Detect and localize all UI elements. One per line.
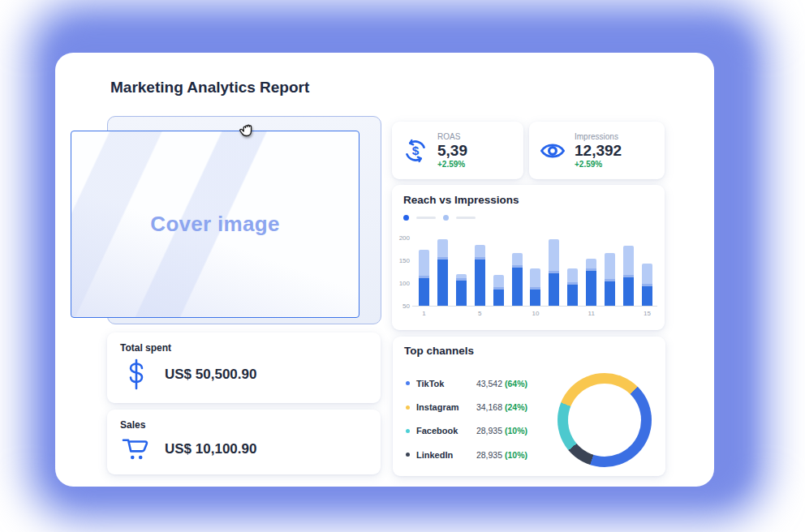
card-value: US$ 10,100.90 xyxy=(165,441,256,457)
channel-row: Instagram34,168 (24%) xyxy=(406,395,527,418)
chart-legend xyxy=(403,215,476,221)
x-tick-label: 15 xyxy=(639,310,656,317)
bar xyxy=(567,268,578,306)
channel-percent: (10%) xyxy=(505,450,527,460)
bar xyxy=(642,264,652,306)
reach-vs-impressions-chart-card[interactable]: Reach vs Impressions 20015010050 1510111… xyxy=(392,185,665,330)
bar xyxy=(605,253,615,307)
y-tick-label: 50 xyxy=(392,302,410,310)
channel-percent: (10%) xyxy=(505,426,527,435)
x-tick-label: 5 xyxy=(471,310,488,317)
channel-dot xyxy=(406,405,410,410)
channel-row: Facebook28,935 (10%) xyxy=(406,419,527,443)
bar xyxy=(549,239,559,306)
channel-dot xyxy=(406,429,410,433)
dollar-icon xyxy=(120,358,153,391)
impressions-stat-card[interactable]: Impressions 12,392 +2.59% xyxy=(529,122,665,179)
marketing-report-canvas: Marketing Analytics Report Cover image $… xyxy=(0,0,805,532)
bar xyxy=(586,259,596,306)
stat-delta: +2.59% xyxy=(437,160,467,169)
dollar-refresh-icon: $ xyxy=(402,138,428,164)
card-label: Total spent xyxy=(120,342,368,354)
bar xyxy=(456,274,467,306)
channel-name: Facebook xyxy=(416,426,458,435)
bar xyxy=(475,245,485,306)
cover-image-placeholder[interactable]: Cover image xyxy=(71,131,359,318)
legend-dash xyxy=(416,217,436,219)
cart-icon xyxy=(120,435,153,463)
legend-dot-reach xyxy=(403,215,409,221)
channel-row: TikTok43,542 (64%) xyxy=(406,371,527,395)
bar xyxy=(623,246,634,306)
card-label: Sales xyxy=(120,419,368,431)
channels-donut-chart xyxy=(557,373,652,467)
bar xyxy=(512,253,523,306)
channel-percent: (24%) xyxy=(505,402,527,412)
stacked-bars xyxy=(419,238,652,306)
channel-row: LinkedIn28,935 (10%) xyxy=(406,443,527,466)
sales-card[interactable]: Sales US$ 10,100.90 xyxy=(107,410,381,474)
bar xyxy=(419,250,429,306)
bar xyxy=(437,239,448,306)
bar xyxy=(530,268,540,306)
top-channels-card[interactable]: Top channels TikTok43,542 (64%)Instagram… xyxy=(393,337,665,476)
eye-icon xyxy=(540,138,566,164)
legend-dot-impressions xyxy=(443,215,449,221)
channel-value: 28,935 (10%) xyxy=(476,426,527,435)
stat-label: ROAS xyxy=(437,132,467,141)
y-tick-label: 150 xyxy=(392,257,410,264)
chart-title: Reach vs Impressions xyxy=(403,194,519,206)
channel-value: 28,935 (10%) xyxy=(476,450,527,460)
stat-delta: +2.59% xyxy=(575,160,622,169)
y-tick-label: 200 xyxy=(392,234,410,242)
x-axis-line xyxy=(412,306,657,307)
total-spent-card[interactable]: Total spent US$ 50,500.90 xyxy=(107,332,381,403)
y-tick-label: 100 xyxy=(392,280,410,287)
svg-text:$: $ xyxy=(412,144,420,157)
channel-dot xyxy=(406,453,410,457)
channel-name: LinkedIn xyxy=(416,450,453,460)
channel-value: 43,542 (64%) xyxy=(476,379,527,388)
report-card: Marketing Analytics Report Cover image $… xyxy=(55,53,714,487)
channel-percent: (64%) xyxy=(505,379,527,388)
channel-dot xyxy=(406,381,410,385)
cover-image-label: Cover image xyxy=(150,212,279,237)
page-title: Marketing Analytics Report xyxy=(110,79,309,97)
roas-stat-card[interactable]: $ ROAS 5,39 +2.59% xyxy=(392,122,523,179)
card-value: US$ 50,500.90 xyxy=(165,367,256,383)
channel-name: TikTok xyxy=(416,379,444,388)
grabbing-hand-cursor xyxy=(237,118,259,139)
stat-value: 5,39 xyxy=(437,143,467,159)
x-tick-label: 1 xyxy=(416,310,433,317)
channel-name: Instagram xyxy=(416,402,459,412)
bar xyxy=(493,275,504,306)
stat-label: Impressions xyxy=(575,132,622,141)
channel-list: TikTok43,542 (64%)Instagram34,168 (24%)F… xyxy=(406,371,527,467)
x-tick-label: 10 xyxy=(527,310,544,317)
channel-value: 34,168 (24%) xyxy=(476,402,527,412)
channels-title: Top channels xyxy=(404,345,474,357)
legend-dash xyxy=(456,217,476,219)
stat-value: 12,392 xyxy=(575,143,622,159)
x-tick-label: 11 xyxy=(583,310,600,317)
